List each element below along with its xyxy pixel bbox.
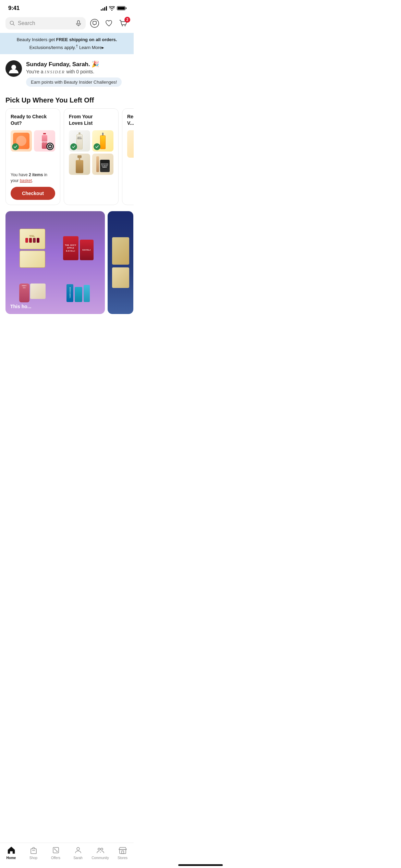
battery-icon [117,6,125,10]
search-bar[interactable]: Search [5,17,86,29]
basket-link[interactable]: basket [20,178,32,183]
promo-learn-more-link[interactable]: Learn More▸ [79,45,104,50]
checkout-card-title: Ready to Check Out? [11,113,55,126]
insider-challenges-button[interactable]: Earn points with Beauty Insider Challeng… [26,77,122,87]
secondary-promo-card[interactable] [108,211,133,314]
promo-ysl-set: YSL [11,217,53,274]
checkout-card-products: SEPHORA [11,130,55,168]
checkout-button[interactable]: Checkout [11,187,55,200]
wishlist-icon-button[interactable] [104,19,114,28]
recently-viewed-product [127,130,134,158]
header-actions: 2 [90,19,128,28]
promo-text-bold: FREE shipping on all orders. [56,37,117,42]
promo-terms: Exclusions/terms apply.† [29,45,78,50]
main-promo-card[interactable]: YSL [5,211,105,314]
product-lip-balm: SEPHORA [34,130,55,152]
checkout-card: Ready to Check Out? SEPHORA [5,108,60,205]
product-mask [11,130,32,152]
product-makeup-set: MOISTURE GLOW BY MARIO [92,154,113,175]
svg-rect-1 [77,21,80,24]
loves-list-card-title: From YourLoves List [69,113,113,126]
product-oil-yellow [92,130,113,152]
promo-moroccan-set: MOROCCANOIL [57,277,99,309]
promo-images-section: YSL [0,205,134,314]
promo-kayali-set: THE JUICY APPLE KAYALI KAYALI [57,217,99,274]
product-perfume-white: DIRTY HINOKI [69,130,90,152]
cart-icon-button[interactable]: 2 [119,19,128,28]
greeting-name: Sunday Funday, Sarah. 🎉 [26,60,128,68]
checkout-card-desc: You have 2 items in your basket. [11,172,55,184]
clean-badge-2 [70,143,77,150]
avatar [5,60,22,77]
signal-icon [101,6,107,11]
product-pump [69,154,90,175]
loves-list-card: From YourLoves List DIRTY HINOKI [64,108,119,205]
promo-text-plain: Beauty Insiders get [17,37,56,42]
status-time: 9:41 [8,5,20,12]
chat-icon-button[interactable] [90,19,99,28]
status-icons [101,6,125,11]
svg-point-4 [125,25,126,26]
header: Search 2 [0,14,134,33]
clean-badge-3 [94,143,100,150]
recently-viewed-card: Recently V... [122,108,134,205]
sephora-badge [46,143,54,150]
promo-label: This ho... [10,304,31,309]
microphone-icon[interactable] [75,20,82,26]
insider-badge: INSIDER [45,70,65,74]
svg-point-2 [90,19,99,27]
status-bar: 9:41 [0,0,134,14]
clean-badge [12,143,19,150]
greeting-insider-text: You're a INSIDER with 0 points. [26,69,128,75]
search-placeholder-text: Search [18,20,73,26]
greeting-text: Sunday Funday, Sarah. 🎉 You're a INSIDER… [26,60,128,87]
wifi-icon [109,6,115,11]
greeting-emoji: 🎉 [92,61,99,68]
user-greeting: Sunday Funday, Sarah. 🎉 You're a INSIDER… [0,54,134,90]
svg-point-5 [11,65,16,70]
cards-row: Ready to Check Out? SEPHORA [0,108,134,205]
recently-viewed-title: Recently V... [127,113,134,126]
section-title: Pick Up Where You Left Off [0,90,134,108]
svg-point-3 [122,25,123,26]
loves-list-products: DIRTY HINOKI [69,130,113,175]
promo-banner: Beauty Insiders get FREE shipping on all… [0,33,134,54]
search-icon [10,21,15,26]
cart-badge: 2 [124,17,130,23]
